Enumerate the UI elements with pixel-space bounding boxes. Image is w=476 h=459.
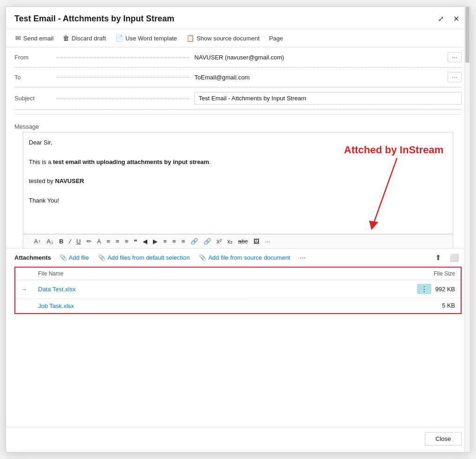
to-more-button[interactable]: ··· — [448, 72, 462, 82]
dialog-title: Test Email - Attchments by Input Stream — [14, 14, 174, 24]
subject-label: Subject — [14, 95, 52, 102]
fmt-font-color[interactable]: A — [95, 236, 104, 246]
expand-button[interactable]: ⤢ — [436, 13, 446, 24]
scrollbar[interactable] — [464, 7, 470, 452]
row-arrow-icon: → — [21, 286, 27, 293]
to-value: ToEmail@gmail.com — [194, 74, 448, 81]
title-actions: ⤢ ✕ — [436, 13, 462, 24]
msg-line3: tested by NAVUSER — [29, 177, 447, 186]
discard-draft-label: Discard draft — [72, 35, 106, 42]
paperclip-icon-1: 📎 — [60, 254, 67, 261]
close-button[interactable]: Close — [425, 432, 462, 446]
message-label: Message — [6, 119, 470, 132]
file-link[interactable]: Job Task.xlsx — [38, 302, 74, 309]
fmt-italic[interactable]: / — [67, 236, 73, 246]
col-file-name: File Name — [33, 268, 245, 280]
fmt-image[interactable]: 🖼 — [251, 236, 262, 246]
close-title-button[interactable]: ✕ — [451, 13, 462, 24]
fmt-superscript[interactable]: x² — [214, 236, 224, 246]
to-field-row: To ToEmail@gmail.com ··· — [14, 67, 462, 87]
subject-value-area — [194, 92, 462, 105]
msg-line4: Thank You! — [29, 196, 447, 206]
paperclip-icon-2: 📎 — [98, 254, 106, 261]
fmt-subscript[interactable]: x₂ — [225, 236, 235, 246]
fmt-align-left[interactable]: ≡ — [104, 236, 112, 246]
scrollbar-thumb[interactable] — [465, 7, 469, 63]
msg-line3-pre: tested by — [29, 177, 55, 184]
col-arrow — [15, 268, 33, 280]
fmt-strikethrough[interactable]: abc — [236, 236, 250, 246]
subject-dotted-line — [56, 98, 190, 98]
close-icon: ✕ — [453, 15, 459, 23]
svg-marker-1 — [369, 221, 378, 230]
message-body: Dear Sir, This is a test email with uplo… — [29, 138, 447, 222]
fmt-numbering[interactable]: ≡ — [123, 236, 131, 246]
fmt-quote[interactable]: ❝ — [132, 236, 139, 246]
attach-export-button[interactable]: ⬜ — [447, 252, 462, 263]
email-dialog: Test Email - Attchments by Input Stream … — [6, 7, 470, 452]
msg-line2-pre: This is a — [29, 158, 53, 165]
fmt-justify[interactable]: ≡ — [179, 236, 187, 246]
file-link[interactable]: Data Test.xlsx — [38, 286, 76, 293]
to-dotted-line — [56, 77, 190, 78]
msg-line2: This is a test email with uploading atta… — [29, 157, 447, 167]
discard-draft-button[interactable]: 🗑 Discard draft — [58, 32, 111, 44]
attachments-table-wrap: File Name File Size →Data Test.xlsx⋮992 … — [14, 267, 462, 314]
use-word-template-label: Use Word template — [126, 35, 177, 42]
show-source-document-label: Show source document — [197, 35, 260, 42]
send-email-button[interactable]: ✉ Send email — [11, 32, 58, 44]
word-icon: 📄 — [115, 34, 123, 42]
fmt-align-right[interactable]: ≡ — [170, 236, 178, 246]
from-value-area: NAVUSER (navuser@gmail.com) ··· — [194, 52, 462, 62]
add-file-source-button[interactable]: 📎 Add file from source document — [196, 253, 293, 262]
add-file-label: Add file — [69, 254, 89, 261]
toolbar: ✉ Send email 🗑 Discard draft 📄 Use Word … — [6, 29, 470, 47]
show-source-document-button[interactable]: 📋 Show source document — [182, 32, 264, 44]
file-size-cell: ⋮992 KB — [245, 280, 461, 298]
divider — [14, 114, 462, 115]
attachments-table: File Name File Size →Data Test.xlsx⋮992 … — [15, 268, 461, 313]
fmt-bullets[interactable]: ≡ — [113, 236, 122, 246]
add-file-button[interactable]: 📎 Add file — [57, 253, 92, 262]
file-menu-button[interactable]: ⋮ — [417, 284, 431, 294]
fmt-underline[interactable]: U — [74, 236, 83, 246]
use-word-template-button[interactable]: 📄 Use Word template — [111, 32, 182, 44]
file-size-value: 992 KB — [435, 286, 455, 293]
discard-icon: 🗑 — [63, 34, 69, 42]
fmt-highlight[interactable]: ✏ — [84, 236, 94, 246]
attach-share-button[interactable]: ⬆ — [432, 252, 444, 263]
paperclip-icon-3: 📎 — [199, 254, 206, 261]
attachments-label: Attachments — [14, 254, 51, 261]
formatting-bar: A↑ A↓ B / U ✏ A ≡ ≡ ≡ ❝ ◀ ▶ ≡ ≡ ≡ 🔗 🔗 x²… — [23, 234, 453, 248]
from-dotted-line — [56, 57, 190, 58]
add-file-source-label: Add file from source document — [208, 254, 290, 261]
msg-line2-post: . — [209, 158, 211, 165]
send-email-label: Send email — [23, 35, 53, 42]
add-files-default-button[interactable]: 📎 Add files from default selection — [95, 253, 192, 262]
page-label: Page — [264, 33, 288, 44]
source-icon: 📋 — [186, 34, 194, 42]
attachments-bar: Attachments 📎 Add file 📎 Add files from … — [6, 248, 470, 267]
fmt-indent-increase[interactable]: ▶ — [151, 236, 160, 246]
footer: Close — [6, 427, 470, 452]
message-area[interactable]: Dear Sir, This is a test email with uplo… — [23, 132, 453, 234]
col-file-size: File Size — [245, 268, 461, 280]
fmt-bold[interactable]: B — [57, 236, 66, 246]
msg-line1: Dear Sir, — [29, 138, 447, 148]
fmt-link[interactable]: 🔗 — [188, 236, 200, 246]
from-more-button[interactable]: ··· — [448, 52, 462, 62]
attachments-more-button[interactable]: ··· — [297, 253, 308, 263]
fmt-align-center[interactable]: ≡ — [161, 236, 169, 246]
file-size-value: 5 KB — [442, 302, 455, 309]
fmt-indent-decrease[interactable]: ◀ — [140, 236, 150, 246]
subject-input[interactable] — [194, 92, 462, 105]
fmt-font-increase[interactable]: A↑ — [32, 236, 43, 246]
from-field-row: From NAVUSER (navuser@gmail.com) ··· — [14, 47, 462, 67]
add-files-default-label: Add files from default selection — [107, 254, 190, 261]
attach-right-actions: ⬆ ⬜ — [432, 252, 462, 263]
fmt-unlink[interactable]: 🔗 — [201, 236, 213, 246]
fmt-font-decrease[interactable]: A↓ — [44, 236, 56, 246]
row-arrow-cell: → — [15, 280, 33, 299]
file-name-cell: Job Task.xlsx — [33, 298, 245, 313]
fmt-more[interactable]: ··· — [263, 236, 272, 246]
